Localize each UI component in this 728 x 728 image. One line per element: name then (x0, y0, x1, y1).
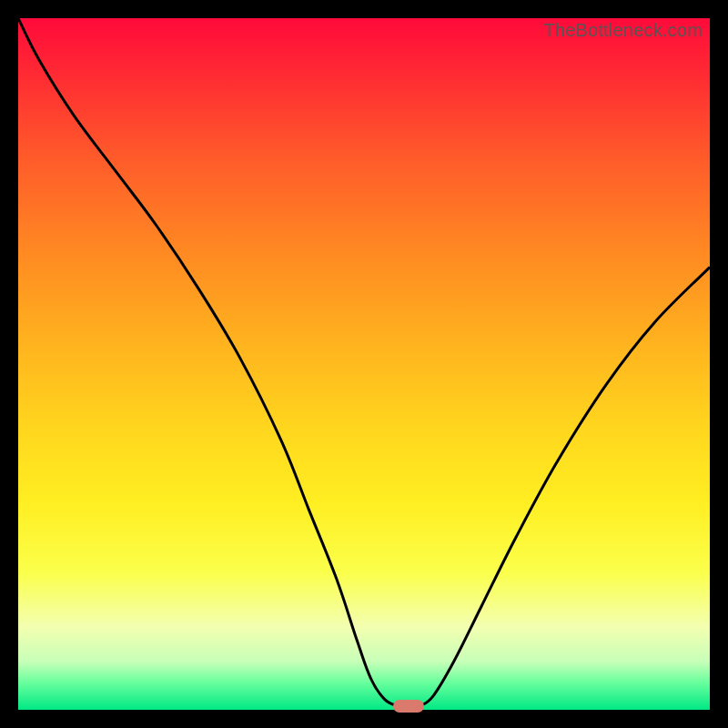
optimal-marker (393, 700, 424, 713)
plot-area: TheBottleneck.com (18, 18, 710, 710)
bottleneck-curve (18, 18, 710, 710)
curve-path (18, 18, 710, 710)
chart-frame: TheBottleneck.com (0, 0, 728, 728)
